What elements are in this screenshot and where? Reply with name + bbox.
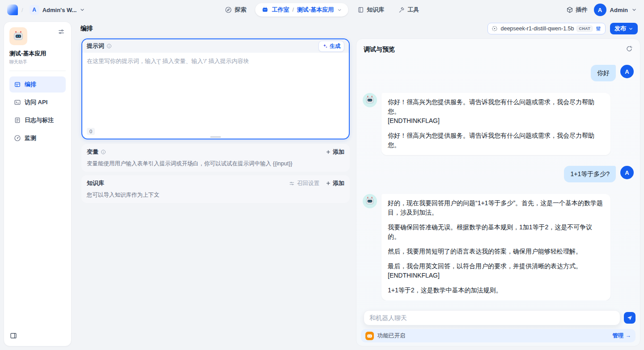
arrow-right-icon: → bbox=[626, 333, 631, 339]
prompt-panel-header: 提示词 生成 bbox=[82, 39, 349, 53]
nav-item-studio-active[interactable]: 工作室 / 测试-基本应用 bbox=[255, 3, 348, 17]
terminal-icon bbox=[14, 99, 21, 106]
nav-studio-label: 工作室 bbox=[272, 6, 289, 14]
add-variable-button[interactable]: 添加 bbox=[326, 148, 344, 156]
features-status-bar: 功能已开启 管理 → bbox=[361, 329, 636, 342]
resize-drag-handle[interactable] bbox=[210, 136, 221, 138]
prompt-textarea[interactable] bbox=[82, 53, 349, 120]
user-message-bubble: 1+1等于多少? bbox=[564, 166, 616, 182]
model-selector[interactable]: deepseek-r1-distill-qwen-1.5b CHAT bbox=[487, 23, 606, 34]
features-status-text: 功能已开启 bbox=[377, 332, 406, 340]
variables-actions: 添加 bbox=[326, 148, 344, 156]
manage-features-link[interactable]: 管理 → bbox=[613, 332, 631, 340]
assistant-paragraph: 1+1等于2，这是数学中基本的加法规则。 bbox=[388, 286, 604, 295]
nav-item-tools[interactable]: 工具 bbox=[393, 3, 424, 17]
assistant-paragraph: 好的，现在我要回答用户的问题“1+1等于多少”。首先，这是一个基本的数学题目，涉… bbox=[388, 198, 604, 217]
breadcrumb-separator: / bbox=[21, 7, 23, 13]
generate-button[interactable]: 生成 bbox=[318, 41, 344, 52]
chevron-down-icon bbox=[628, 26, 633, 31]
knowledge-description: 您可以导入知识库作为上下文 bbox=[87, 191, 344, 199]
collapse-panel-icon bbox=[9, 332, 17, 340]
app-header bbox=[9, 27, 66, 45]
collapse-sidebar-button[interactable] bbox=[9, 332, 17, 342]
robot-face-icon bbox=[13, 30, 24, 42]
assistant-paragraph: 最后，我会用英文回答，以符合用户的要求，并提供清晰的表达方式。 [ENDTHIN… bbox=[388, 261, 604, 280]
page-title: 编排 bbox=[79, 25, 93, 33]
debug-preview-panel: 调试与预览 你好 A 你好！很高兴为您提供服务。请告诉我您有什么问题或需求，我会… bbox=[356, 38, 640, 346]
app-page: / A Admin's W... 探索 工作室 / 测试-基本应用 知识库 bbox=[0, 0, 644, 350]
info-icon bbox=[106, 43, 112, 49]
sidebar-item-api[interactable]: 访问 API bbox=[9, 94, 66, 110]
sidebar-divider bbox=[9, 71, 66, 71]
app-settings-button[interactable] bbox=[57, 27, 66, 38]
sidebar-item-monitoring[interactable]: 监测 bbox=[9, 130, 66, 146]
topbar-left: / A Admin's W... bbox=[7, 3, 88, 17]
recall-sliders-icon bbox=[289, 181, 295, 186]
workspace-selector[interactable]: A Admin's W... bbox=[27, 3, 88, 17]
prompt-panel: 提示词 生成 0 bbox=[81, 38, 350, 139]
workspace-avatar: A bbox=[30, 5, 39, 15]
nav-tools-label: 工具 bbox=[407, 6, 419, 14]
sidebar-item-orchestrate[interactable]: 编排 bbox=[9, 76, 66, 93]
sliders-icon bbox=[58, 28, 65, 35]
assistant-message-bubble: 好的，现在我要回答用户的问题“1+1等于多少”。首先，这是一个基本的数学题目，涉… bbox=[381, 194, 610, 300]
sidebar-item-label: 监测 bbox=[25, 134, 36, 142]
log-document-icon bbox=[14, 117, 21, 124]
dify-logo[interactable] bbox=[7, 4, 18, 15]
model-icon bbox=[491, 25, 498, 32]
nav-knowledge-label: 知识库 bbox=[367, 6, 384, 14]
orchestrate-header: 编排 deepseek-r1-distill-qwen-1.5b CHAT 发布 bbox=[79, 22, 638, 35]
chat-input[interactable] bbox=[364, 310, 620, 325]
top-navbar: / A Admin's W... 探索 工作室 / 测试-基本应用 知识库 bbox=[0, 0, 644, 20]
recall-settings-button[interactable]: 召回设置 bbox=[289, 180, 319, 187]
app-title: 测试-基本应用 bbox=[9, 50, 66, 58]
app-sidebar: 测试-基本应用 聊天助手 编排 访问 API 日志与标注 监测 bbox=[4, 21, 72, 346]
manage-label: 管理 bbox=[613, 332, 624, 340]
user-avatar: A bbox=[594, 4, 606, 16]
model-type-badge: CHAT bbox=[576, 25, 593, 32]
publish-button[interactable]: 发布 bbox=[610, 23, 638, 34]
user-avatar: A bbox=[620, 65, 634, 78]
nav-item-knowledge[interactable]: 知识库 bbox=[352, 3, 389, 17]
send-button[interactable] bbox=[624, 312, 636, 324]
features-robot-icon bbox=[365, 332, 374, 340]
sparkle-icon bbox=[322, 43, 328, 49]
plugins-button[interactable]: 插件 bbox=[566, 6, 588, 14]
variables-section: 变量 添加 变量能使用用户输入表单引入提示词或开场白，你可以试试在提示词中输入 … bbox=[81, 144, 350, 172]
sidebar-item-label: 访问 API bbox=[25, 98, 47, 106]
add-knowledge-button[interactable]: 添加 bbox=[326, 179, 344, 187]
model-tune-icon[interactable] bbox=[595, 25, 602, 32]
prompt-char-counter: 0 bbox=[87, 128, 95, 135]
user-message-bubble: 你好 bbox=[591, 65, 616, 81]
layout-grid-icon bbox=[14, 81, 21, 88]
nav-item-explore[interactable]: 探索 bbox=[220, 3, 251, 17]
assistant-paragraph: 你好！很高兴为您提供服务。请告诉我您有什么问题或需求，我会尽力帮助您。 bbox=[388, 131, 604, 150]
assistant-paragraph: 你好！很高兴为您提供服务。请告诉我您有什么问题或需求，我会尽力帮助您。 [END… bbox=[388, 97, 604, 126]
chat-message-assistant: 好的，现在我要回答用户的问题“1+1等于多少”。首先，这是一个基本的数学题目，涉… bbox=[363, 194, 634, 300]
account-menu[interactable]: A Admin bbox=[594, 4, 637, 16]
sidebar-item-logs[interactable]: 日志与标注 bbox=[9, 112, 66, 128]
publish-label: 发布 bbox=[614, 25, 626, 33]
chat-input-row bbox=[364, 310, 636, 325]
plus-icon bbox=[326, 149, 331, 155]
chevron-down-icon[interactable] bbox=[337, 8, 342, 13]
recall-settings-label: 召回设置 bbox=[297, 180, 319, 187]
main-navigation: 探索 工作室 / 测试-基本应用 知识库 工具 bbox=[220, 0, 424, 20]
book-icon bbox=[357, 6, 364, 13]
assistant-message-bubble: 你好！很高兴为您提供服务。请告诉我您有什么问题或需求，我会尽力帮助您。 [END… bbox=[381, 93, 610, 155]
plus-icon bbox=[326, 181, 331, 186]
knowledge-header: 知识库 召回设置 添加 bbox=[87, 179, 344, 187]
debug-title: 调试与预览 bbox=[364, 46, 395, 54]
plugins-label: 插件 bbox=[576, 6, 588, 14]
restart-conversation-button[interactable] bbox=[626, 45, 633, 54]
robot-face-icon bbox=[365, 95, 375, 105]
chat-message-user: 你好 A bbox=[363, 65, 634, 81]
variables-header: 变量 添加 bbox=[87, 148, 344, 156]
add-variable-label: 添加 bbox=[333, 148, 344, 156]
app-robot-icon[interactable] bbox=[9, 27, 27, 45]
chat-message-user: 1+1等于多少? A bbox=[363, 166, 634, 182]
assistant-paragraph: 我要确保回答准确无误。根据数学的基本规则，1加1等于2，这是不可争议的。 bbox=[388, 223, 604, 241]
refresh-icon bbox=[626, 45, 633, 52]
sidebar-item-label: 编排 bbox=[25, 80, 36, 89]
robot-face-icon bbox=[365, 196, 375, 206]
